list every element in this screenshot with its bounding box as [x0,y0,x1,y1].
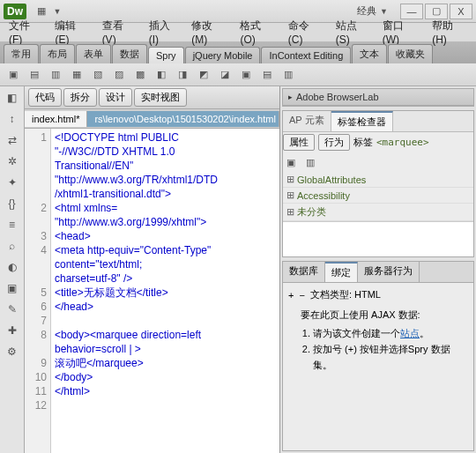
workspace-mode[interactable]: 经典 [357,4,376,18]
tool-icon-13[interactable]: ⚙ [4,344,20,360]
prop-tab-attr[interactable]: 属性 [283,134,315,151]
spry-icon-5[interactable]: ▧ [90,67,106,83]
insert-toolbar: ▣ ▤ ▥ ▦ ▧ ▨ ▩ ◧ ◨ ◩ ◪ ▣ ▤ ▥ [0,63,476,86]
insert-tab[interactable]: 表单 [76,44,111,63]
attr-group-label: Accessibility [297,190,350,201]
insert-tab[interactable]: 收藏夹 [388,44,433,63]
tool-icon-7[interactable]: ≡ [4,217,20,233]
spry-icon-2[interactable]: ▤ [26,67,42,83]
spry-icon-14[interactable]: ▥ [280,67,296,83]
menu-item[interactable]: 修改(M) [186,17,233,48]
tool-icon-6[interactable]: {} [4,196,20,212]
expand-icon[interactable]: ⊞ [286,174,297,185]
tool-icon-12[interactable]: ✚ [4,323,20,338]
spry-icon-11[interactable]: ◪ [217,67,233,83]
tool-icon-1[interactable]: ◧ [4,90,20,106]
inspector-subtab[interactable]: AP 元素 [283,111,331,131]
line-gutter: 1 2 34 5678 9101112 [25,129,51,453]
tool-icon-3[interactable]: ⇄ [4,132,20,148]
lower-tab[interactable]: 数据库 [283,262,325,282]
menu-item[interactable]: 文件(F) [4,17,48,48]
menu-bar: 文件(F)编辑(E)查看(V)插入(I)修改(M)格式(O)命令(C)站点(S)… [0,23,476,42]
mode-dropdown-icon[interactable]: ▼ [380,7,388,16]
spry-icon-13[interactable]: ▤ [259,67,275,83]
menu-item[interactable]: 窗口(W) [377,17,425,48]
menu-item[interactable]: 查看(V) [97,17,142,48]
tool-icon-4[interactable]: ✲ [4,153,20,169]
tool-icon-10[interactable]: ▣ [4,280,20,296]
tool-icon-2[interactable]: ↕ [4,111,20,127]
view-bar: 代码拆分设计实时视图 [25,86,279,109]
insert-tab[interactable]: 数据 [112,44,147,63]
view-button[interactable]: 拆分 [63,88,97,107]
ajax-steps: 请为该文件创建一个站点。 按加号 (+) 按钮并选择Spry 数据集。 [313,325,468,373]
minus-icon[interactable]: − [299,290,304,301]
file-tab-path[interactable]: rs\lenovo\Desktop\1501530202\index.html [87,111,279,127]
menu-item[interactable]: 格式(O) [234,17,280,48]
insert-tab[interactable]: InContext Editing [261,47,351,63]
attr-group-label: GlobalAttributes [297,175,366,185]
spry-icon-9[interactable]: ◨ [175,67,190,83]
spry-icon-3[interactable]: ▥ [48,67,63,83]
ajax-title: 要在此页上使用 AJAX 数据: [301,308,468,322]
menu-item[interactable]: 命令(C) [283,17,329,48]
site-link[interactable]: 站点 [400,328,420,338]
prop-tab-tag[interactable]: 标签 [353,136,373,149]
plus-icon[interactable]: + [288,290,294,301]
panel-browserlab[interactable]: ▸Adobe BrowserLab [283,89,473,106]
spry-icon-4[interactable]: ▦ [69,67,85,83]
collapse-icon: ▸ [288,93,293,101]
insert-tab[interactable]: 文本 [352,44,387,63]
inspector-subtabs: AP 元素标签检查器 [283,111,473,132]
attr-group-label: 未分类 [297,205,326,219]
code-editor[interactable]: <!DOCTYPE html PUBLIC "-//W3C//DTD XHTML… [51,129,279,453]
doc-type-label: 文档类型: HTML [310,288,381,301]
insert-tab[interactable]: Spry [148,47,184,63]
view-button[interactable]: 代码 [28,88,62,107]
spry-icon-8[interactable]: ◧ [153,67,169,83]
code-toolbar: ◧ ↕ ⇄ ✲ ✦ {} ≡ ⌕ ◐ ▣ ✎ ✚ ⚙ [0,86,25,453]
spry-icon-12[interactable]: ▣ [238,67,254,83]
menu-item[interactable]: 编辑(E) [49,17,94,48]
prop-tab-behav[interactable]: 行为 [318,134,350,151]
spry-icon-6[interactable]: ▨ [111,67,127,83]
lower-tab[interactable]: 绑定 [325,262,358,282]
spry-icon-10[interactable]: ◩ [196,67,212,83]
view-button[interactable]: 实时视图 [134,88,187,107]
tool-icon-9[interactable]: ◐ [4,259,20,275]
tool-icon-5[interactable]: ✦ [4,175,20,190]
category-icon[interactable]: ▣ [283,154,299,170]
expand-icon[interactable]: ⊞ [286,189,297,201]
lower-tab[interactable]: 服务器行为 [358,262,420,282]
spry-icon-1[interactable]: ▣ [5,67,21,83]
tool-icon-8[interactable]: ⌕ [4,238,20,254]
view-button[interactable]: 设计 [99,88,132,107]
insert-tab[interactable]: 布局 [40,44,75,63]
current-tag: <marquee> [376,137,429,148]
insert-tab[interactable]: 常用 [4,44,39,63]
spry-icon-7[interactable]: ▩ [132,67,148,83]
attr-groups: ⊞GlobalAttributes⊞Accessibility⊞未分类 [283,172,473,221]
lower-tabs: 数据库绑定服务器行为 [283,262,473,283]
expand-icon[interactable]: ⊞ [286,206,297,218]
menu-item[interactable]: 帮助(H) [427,17,472,48]
list-icon[interactable]: ▥ [302,154,318,170]
inspector-subtab[interactable]: 标签检查器 [331,111,393,131]
menu-item[interactable]: 插入(I) [144,17,185,48]
menu-item[interactable]: 站点(S) [331,17,376,48]
file-tab-active[interactable]: index.html* [25,111,87,127]
tool-icon-11[interactable]: ✎ [4,301,20,317]
insert-tab[interactable]: jQuery Mobile [185,47,261,63]
